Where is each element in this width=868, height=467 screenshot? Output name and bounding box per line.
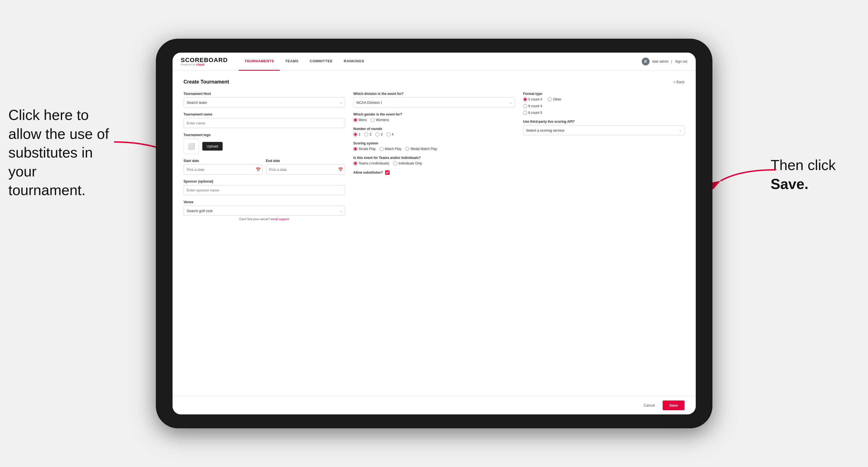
scoring-stroke[interactable]: Stroke Play bbox=[353, 147, 376, 151]
gender-mens[interactable]: Mens bbox=[353, 118, 367, 122]
sponsor-input[interactable] bbox=[184, 185, 345, 195]
venue-help: Can't find your venue? email support bbox=[184, 217, 345, 221]
cancel-button[interactable]: Cancel bbox=[639, 401, 659, 410]
venue-select[interactable]: Search golf club bbox=[184, 206, 345, 216]
rounds-2-radio[interactable] bbox=[364, 132, 368, 136]
rounds-2[interactable]: 2 bbox=[364, 132, 372, 136]
rounds-1-radio[interactable] bbox=[353, 132, 357, 136]
division-wrapper: NCAA Division I bbox=[353, 97, 515, 107]
individuals-only-radio[interactable] bbox=[393, 161, 397, 165]
rounds-4[interactable]: 4 bbox=[386, 132, 394, 136]
format-6count5-radio[interactable] bbox=[523, 111, 527, 115]
api-wrapper: Select a scoring service bbox=[523, 125, 685, 135]
tournament-host-wrapper: Search team bbox=[184, 97, 345, 107]
middle-column: Which division is the event for? NCAA Di… bbox=[353, 92, 515, 221]
logo-area: SCOREBOARD Powered by clippd bbox=[181, 57, 228, 66]
rounds-1[interactable]: 1 bbox=[353, 132, 361, 136]
substitutes-checkbox[interactable] bbox=[385, 170, 390, 175]
sponsor-label: Sponsor (optional) bbox=[184, 180, 345, 183]
tournament-logo-group: Tournament logo ⬜ Upload bbox=[184, 133, 345, 154]
rounds-3-radio[interactable] bbox=[375, 132, 379, 136]
sign-out-link[interactable]: Sign out bbox=[675, 60, 687, 63]
individuals-only[interactable]: Individuals Only bbox=[393, 161, 422, 165]
gender-radio-group: Mens Womens bbox=[353, 118, 515, 122]
nav-links: TOURNAMENTS TEAMS COMMITTEE RANKINGS bbox=[239, 53, 642, 71]
nav-tournaments[interactable]: TOURNAMENTS bbox=[239, 53, 279, 71]
nav-committee[interactable]: COMMITTEE bbox=[304, 53, 338, 71]
end-date-label: End date bbox=[266, 159, 345, 163]
format-6count4-radio[interactable] bbox=[523, 104, 527, 108]
venue-wrapper: Search golf club bbox=[184, 206, 345, 216]
annotation-left: Click here to allow the use of substitut… bbox=[8, 106, 114, 200]
calendar-icon-start: 📅 bbox=[256, 167, 260, 172]
upload-button[interactable]: Upload bbox=[202, 142, 223, 151]
rounds-radio-group: 1 2 3 4 bbox=[353, 132, 515, 136]
gender-group: Which gender is the event for? Mens Wome… bbox=[353, 113, 515, 122]
substitutes-group: Allow substitutes? bbox=[353, 170, 515, 175]
tournament-name-group: Tournament name bbox=[184, 113, 345, 128]
start-date-wrapper: 📅 bbox=[184, 164, 263, 175]
teams-individuals[interactable]: Teams (+Individuals) bbox=[353, 161, 389, 165]
scoring-match-radio[interactable] bbox=[380, 147, 383, 151]
scoring-medal-match-radio[interactable] bbox=[405, 147, 409, 151]
form-columns: Tournament Host Search team Tournament n… bbox=[184, 92, 685, 221]
scoring-group: Scoring system Stroke Play Match Play bbox=[353, 142, 515, 151]
format-6count5[interactable]: 6 count 5 bbox=[523, 111, 685, 115]
logo-powered: Powered by clippd bbox=[181, 63, 228, 66]
division-select[interactable]: NCAA Division I bbox=[353, 97, 515, 107]
left-column: Tournament Host Search team Tournament n… bbox=[184, 92, 345, 221]
format-5count4-radio[interactable] bbox=[523, 97, 527, 101]
nav-rankings[interactable]: RANKINGS bbox=[338, 53, 370, 71]
tournament-name-input[interactable] bbox=[184, 118, 345, 128]
venue-email-link[interactable]: email support bbox=[271, 217, 289, 221]
gender-womens[interactable]: Womens bbox=[371, 118, 389, 122]
teams-individuals-radio[interactable] bbox=[353, 161, 357, 165]
teams-radio-group: Teams (+Individuals) Individuals Only bbox=[353, 161, 515, 165]
gender-womens-radio[interactable] bbox=[371, 118, 375, 122]
nav-teams[interactable]: TEAMS bbox=[280, 53, 304, 71]
rounds-4-radio[interactable] bbox=[386, 132, 391, 136]
rounds-3[interactable]: 3 bbox=[375, 132, 383, 136]
format-6count4[interactable]: 6 count 4 bbox=[523, 104, 685, 108]
logo-scoreboard: SCOREBOARD bbox=[181, 57, 228, 63]
scoring-medal-match[interactable]: Medal Match Play bbox=[405, 147, 437, 151]
division-label: Which division is the event for? bbox=[353, 92, 515, 96]
tournament-logo-label: Tournament logo bbox=[184, 133, 345, 137]
venue-group: Venue Search golf club Can't find your v… bbox=[184, 200, 345, 221]
substitutes-label: Allow substitutes? bbox=[353, 170, 383, 175]
end-date-input[interactable] bbox=[266, 164, 345, 175]
tablet-frame: SCOREBOARD Powered by clippd TOURNAMENTS… bbox=[156, 39, 712, 428]
tablet-screen: SCOREBOARD Powered by clippd TOURNAMENTS… bbox=[173, 53, 696, 414]
format-row-1: 5 count 4 Other bbox=[523, 97, 685, 101]
back-link[interactable]: < Back bbox=[673, 80, 684, 84]
tournament-host-select[interactable]: Search team bbox=[184, 97, 345, 107]
substitutes-row: Allow substitutes? bbox=[353, 170, 515, 175]
sponsor-group: Sponsor (optional) bbox=[184, 180, 345, 195]
logo-upload-area: ⬜ Upload bbox=[184, 138, 345, 154]
format-radio-group: 5 count 4 Other 6 count 4 bbox=[523, 97, 685, 115]
gender-label: Which gender is the event for? bbox=[353, 113, 515, 116]
scoring-radio-group: Stroke Play Match Play Medal Match Play bbox=[353, 147, 515, 151]
format-other-radio[interactable] bbox=[548, 97, 552, 101]
format-5count4[interactable]: 5 count 4 bbox=[523, 97, 542, 101]
scoring-match[interactable]: Match Play bbox=[380, 147, 401, 151]
divider: | bbox=[671, 60, 672, 63]
save-button[interactable]: Save bbox=[662, 401, 684, 410]
scoring-stroke-radio[interactable] bbox=[353, 147, 357, 151]
gender-mens-radio[interactable] bbox=[353, 118, 357, 122]
teams-label: Is this event for Teams and/or Individua… bbox=[353, 156, 515, 160]
avatar: B bbox=[642, 58, 650, 65]
form-footer: Cancel Save bbox=[173, 396, 696, 414]
tournament-name-label: Tournament name bbox=[184, 113, 345, 116]
logo-placeholder: ⬜ bbox=[184, 138, 199, 154]
rounds-group: Number of rounds 1 2 bbox=[353, 127, 515, 136]
calendar-icon-end: 📅 bbox=[338, 167, 343, 172]
start-date-input[interactable] bbox=[184, 164, 263, 175]
page-title: Create Tournament bbox=[184, 79, 229, 85]
end-date-wrapper: 📅 bbox=[266, 164, 345, 175]
nav-right: B blair admin | Sign out bbox=[642, 58, 687, 65]
page-header: Create Tournament < Back bbox=[184, 79, 685, 85]
api-select[interactable]: Select a scoring service bbox=[523, 125, 685, 135]
scoring-label: Scoring system bbox=[353, 142, 515, 145]
format-other[interactable]: Other bbox=[548, 97, 561, 101]
